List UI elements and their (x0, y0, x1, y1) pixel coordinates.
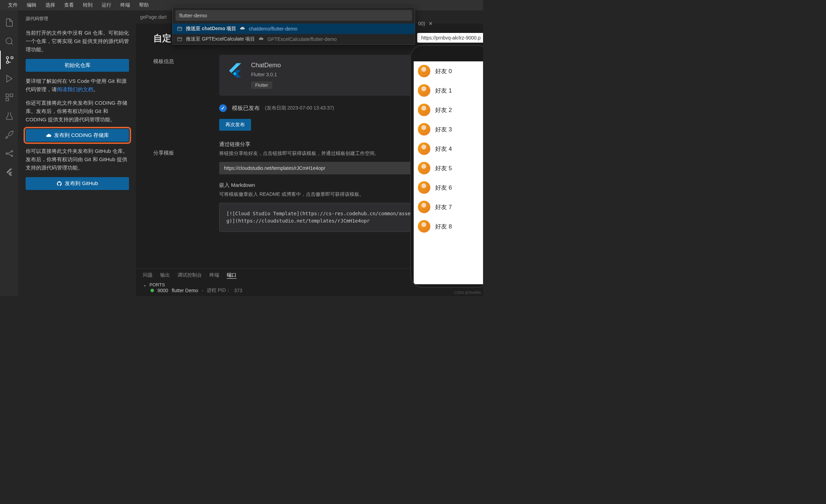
phone-preview: 好友 0 好友 1 好友 2 好友 3 好友 4 好友 5 好友 6 好友 7 … (410, 45, 483, 288)
svg-rect-6 (6, 94, 9, 97)
watermark: CSDN @Sheffi66 (454, 291, 481, 295)
menu-selection[interactable]: 选择 (41, 2, 60, 8)
extensions-icon[interactable] (0, 88, 19, 107)
friend-row[interactable]: 好友 5 (414, 158, 483, 178)
svg-point-2 (11, 57, 13, 59)
friend-name: 好友 0 (435, 67, 452, 75)
share-template-label: 分享模板 (153, 150, 195, 156)
svg-point-10 (11, 150, 12, 152)
port-name: flutter Demo (172, 288, 198, 293)
port-number: 9000 (157, 288, 168, 293)
menu-edit[interactable]: 编辑 (22, 2, 41, 8)
port-status-dot-icon (150, 289, 154, 292)
avatar (418, 220, 430, 233)
template-name: ChatDemo (251, 62, 281, 69)
preview-url-bar[interactable]: https://prnbvq-akrlrz-9000.p (417, 33, 483, 43)
sidebar-coding-text: 你还可直接将此文件夹发布到 CODING 存储库。发布后，你将有权访问由 Git… (26, 99, 129, 124)
template-tag: Flutter (251, 81, 272, 89)
ports-label: PORTS (149, 282, 165, 287)
svg-point-9 (6, 153, 7, 154)
quickpick-input[interactable] (175, 10, 412, 21)
panel-tab-output[interactable]: 输出 (160, 272, 170, 279)
panel-tab-terminal[interactable]: 终端 (209, 272, 219, 279)
quickpick-item-gptexcel[interactable]: 推送至 GPTExcelCalculate 项目 GPTExcelCalcula… (173, 34, 415, 44)
avatar (418, 162, 430, 174)
svg-point-0 (6, 38, 12, 44)
friend-row[interactable]: 好友 0 (414, 61, 483, 81)
avatar (418, 142, 430, 155)
template-info-label: 模板信息 (153, 58, 195, 65)
publish-github-button[interactable]: 发布到 GitHub (26, 177, 129, 190)
activity-bar (0, 10, 19, 296)
docs-suffix: 。 (93, 86, 98, 92)
friend-row[interactable]: 好友 3 (414, 120, 483, 139)
close-icon[interactable]: ✕ (429, 21, 433, 26)
svg-rect-16 (178, 37, 182, 41)
friend-row[interactable]: 好友 7 (414, 197, 483, 217)
menu-go[interactable]: 转到 (78, 2, 97, 8)
tab-fragment[interactable]: gePage.dart (140, 14, 166, 20)
panel-tab-debug[interactable]: 调试控制台 (178, 272, 202, 279)
port-pid-label: 进程 PID： (207, 287, 231, 294)
cloud-icon (258, 36, 264, 42)
run-debug-icon[interactable] (0, 69, 19, 88)
menu-view[interactable]: 查看 (60, 2, 78, 8)
cloud-icon (240, 26, 245, 32)
quickpick-overlay: 推送至 chatDemo 项目 chatdemo/flutter-demo 推送… (172, 7, 415, 45)
svg-line-1 (11, 43, 13, 45)
menu-help[interactable]: 帮助 (135, 2, 153, 8)
svg-marker-5 (7, 75, 12, 82)
source-control-icon[interactable] (0, 51, 19, 69)
menu-terminal[interactable]: 终端 (116, 2, 135, 8)
github-icon (57, 181, 62, 186)
check-icon: ✓ (219, 104, 227, 112)
friend-row[interactable]: 好友 4 (414, 139, 483, 158)
published-date: (发布日期 2023-07-00 13:43:37) (265, 105, 334, 111)
phone-screen: 好友 0 好友 1 好友 2 好友 3 好友 4 好友 5 好友 6 好友 7 … (414, 61, 483, 284)
republish-button[interactable]: 再次发布 (219, 119, 251, 131)
friend-name: 好友 4 (435, 145, 452, 153)
svg-rect-7 (10, 94, 13, 97)
friend-name: 好友 5 (435, 164, 452, 172)
docs-link[interactable]: 阅读我们的文档 (57, 86, 93, 92)
panel-tab-problems[interactable]: 问题 (143, 272, 153, 279)
init-repo-button[interactable]: 初始化仓库 (26, 59, 129, 72)
friend-row[interactable]: 好友 1 (414, 81, 483, 100)
port-row[interactable]: 9000 flutter Demo - 进程 PID： 373 (143, 287, 476, 294)
sidebar-github-text: 你可以直接将此文件夹发布到 GitHub 仓库。发布后，你将有权访问由 Git … (26, 147, 129, 172)
sidebar-text-nogit: 当前打开的文件夹中没有 Git 仓库。可初始化一个仓库，它将实现 Git 提供支… (26, 29, 129, 54)
chevron-down-icon: ⌄ (143, 282, 147, 287)
avatar (418, 181, 430, 194)
sidebar-docs-text: 要详细了解如何在 VS Code 中使用 Git 和源代码管理，请阅读我们的文档… (26, 77, 129, 94)
search-icon[interactable] (0, 32, 19, 51)
friend-row[interactable]: 好友 2 (414, 100, 483, 120)
quickpick-label: 推送至 chatDemo 项目 (186, 26, 236, 32)
svg-line-13 (7, 154, 11, 155)
explorer-icon[interactable] (0, 13, 19, 32)
published-label: 模板已发布 (232, 105, 260, 112)
quickpick-item-chatdemo[interactable]: 推送至 chatDemo 项目 chatdemo/flutter-demo (173, 24, 415, 34)
menu-run[interactable]: 运行 (97, 2, 116, 8)
friend-name: 好友 1 (435, 87, 452, 95)
friend-row[interactable]: 好友 6 (414, 178, 483, 197)
panel-tab-ports[interactable]: 端口 (227, 272, 236, 279)
github-button-label: 发布到 GitHub (65, 180, 98, 187)
flutter-logo-icon (226, 62, 244, 80)
rocket-icon[interactable] (0, 125, 19, 144)
sidebar-title: 源代码管理 (26, 16, 129, 22)
graph-icon[interactable] (0, 144, 19, 163)
svg-line-12 (7, 152, 11, 154)
svg-rect-14 (178, 27, 182, 31)
svg-point-4 (6, 57, 9, 59)
port-pid: 373 (234, 288, 242, 293)
friend-row[interactable]: 好友 8 (414, 217, 483, 236)
avatar (418, 84, 430, 97)
menu-file[interactable]: 文件 (3, 2, 22, 8)
tab-right-fragment: 00) ✕ (418, 21, 433, 26)
avatar (418, 104, 430, 116)
test-icon[interactable] (0, 107, 19, 125)
publish-coding-button[interactable]: 发布到 CODING 存储库 (26, 129, 129, 142)
cloud-icon (46, 133, 51, 138)
flutter-icon[interactable] (0, 163, 19, 182)
repo-icon (177, 26, 182, 32)
